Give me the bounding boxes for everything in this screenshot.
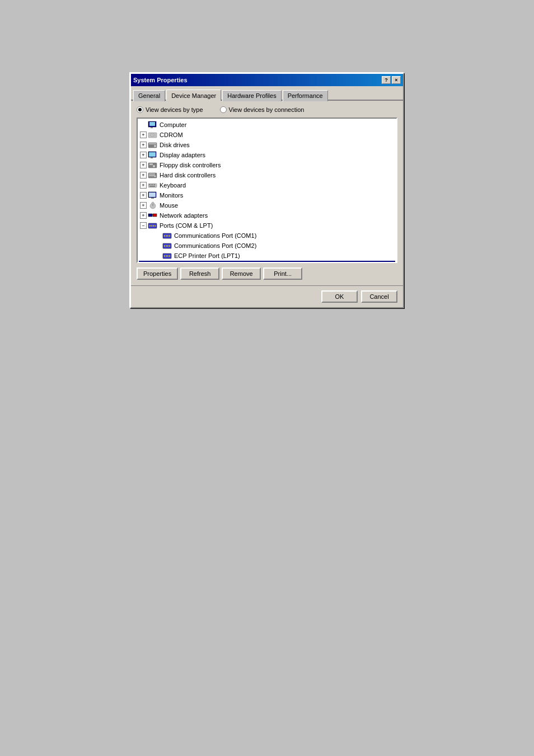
- expander-cdrom[interactable]: +: [140, 132, 147, 138]
- svg-rect-10: [149, 152, 156, 157]
- expander-display[interactable]: +: [140, 152, 147, 158]
- expander-disk[interactable]: +: [140, 142, 147, 148]
- expander-network[interactable]: +: [140, 212, 147, 219]
- svg-rect-44: [163, 243, 171, 248]
- svg-rect-23: [154, 184, 155, 185]
- svg-rect-7: [149, 143, 156, 144]
- radio-by-type-input[interactable]: [137, 106, 143, 113]
- radio-by-type-label: View devices by type: [146, 106, 203, 113]
- remove-button[interactable]: Remove: [222, 267, 261, 280]
- device-item-computer[interactable]: Computer: [139, 120, 395, 130]
- com1-icon: [162, 232, 172, 240]
- com3-icon: [162, 262, 172, 263]
- device-item-com3[interactable]: USB Serial Port (COM3): [139, 261, 395, 263]
- device-label-disk: Disk drives: [160, 142, 190, 148]
- cancel-button[interactable]: Cancel: [361, 290, 397, 303]
- device-item-cdrom[interactable]: + CDROM: [139, 130, 395, 140]
- device-item-hd[interactable]: + Hard disk controllers: [139, 170, 395, 180]
- footer: OK Cancel: [131, 285, 403, 307]
- device-label-com1: Communications Port (COM1): [174, 232, 256, 239]
- device-label-hd: Hard disk controllers: [160, 172, 216, 179]
- expander-floppy[interactable]: +: [140, 162, 147, 168]
- properties-button[interactable]: Properties: [137, 267, 178, 280]
- network-icon: [148, 212, 158, 219]
- svg-point-8: [154, 145, 156, 147]
- svg-rect-39: [163, 233, 171, 238]
- device-item-floppy[interactable]: + Floppy disk controllers: [139, 160, 395, 170]
- device-item-com2[interactable]: Communications Port (COM2): [139, 241, 395, 251]
- action-buttons: Properties Refresh Remove Print...: [137, 267, 397, 280]
- expander-keyboard[interactable]: +: [140, 182, 147, 189]
- tab-performance[interactable]: Performance: [283, 90, 328, 101]
- lpt1-icon: [162, 252, 172, 260]
- tab-device-manager[interactable]: Device Manager: [166, 90, 221, 101]
- com2-icon: [162, 242, 172, 250]
- svg-rect-16: [149, 173, 155, 175]
- device-item-ports[interactable]: − Ports (COM & LPT): [139, 220, 395, 231]
- device-item-lpt1[interactable]: ECP Printer Port (LPT1): [139, 251, 395, 261]
- display-icon: [148, 151, 158, 159]
- svg-rect-1: [149, 122, 155, 126]
- refresh-button[interactable]: Refresh: [180, 267, 219, 280]
- expander-ports[interactable]: −: [140, 222, 147, 229]
- device-label-ports: Ports (COM & LPT): [160, 222, 213, 229]
- svg-rect-34: [148, 223, 157, 228]
- svg-rect-2: [151, 127, 153, 128]
- disk-icon: [148, 141, 158, 149]
- device-item-mouse[interactable]: + Mouse: [139, 200, 395, 210]
- view-options-row: View devices by type View devices by con…: [137, 106, 397, 113]
- device-label-com2: Communications Port (COM2): [174, 242, 256, 249]
- device-item-com1[interactable]: Communications Port (COM1): [139, 231, 395, 241]
- computer-icon: [148, 121, 158, 129]
- device-label-display: Display adapters: [160, 152, 205, 158]
- device-label-keyboard: Keyboard: [160, 182, 186, 189]
- device-item-display[interactable]: + Display adapters: [139, 150, 395, 160]
- svg-rect-24: [149, 186, 155, 187]
- device-label-computer: Computer: [160, 121, 186, 128]
- svg-rect-32: [153, 214, 157, 217]
- device-label-floppy: Floppy disk controllers: [160, 162, 221, 168]
- svg-rect-49: [163, 253, 171, 259]
- device-item-keyboard[interactable]: + Keyboard: [139, 180, 395, 190]
- close-button[interactable]: ×: [392, 76, 401, 84]
- device-item-network[interactable]: + Network adapters: [139, 210, 395, 220]
- print-button[interactable]: Print...: [263, 267, 302, 280]
- content-area: View devices by type View devices by con…: [131, 101, 403, 285]
- radio-by-connection-input[interactable]: [220, 106, 227, 113]
- port-icon: [148, 222, 158, 229]
- svg-rect-17: [149, 175, 155, 176]
- mouse-icon: [148, 201, 158, 209]
- title-bar-buttons: ? ×: [382, 76, 401, 84]
- device-item-monitors[interactable]: + Monitors: [139, 190, 395, 200]
- device-label-network: Network adapters: [160, 212, 208, 219]
- ok-button[interactable]: OK: [321, 290, 358, 303]
- tab-general[interactable]: General: [133, 90, 165, 101]
- radio-by-type[interactable]: View devices by type: [137, 106, 203, 113]
- svg-point-14: [153, 165, 155, 167]
- svg-rect-27: [151, 198, 154, 199]
- title-bar: System Properties ? ×: [131, 74, 403, 86]
- tab-bar: General Device Manager Hardware Profiles…: [131, 86, 403, 101]
- svg-rect-20: [149, 184, 150, 185]
- svg-rect-26: [149, 192, 156, 197]
- expander-mouse[interactable]: +: [140, 202, 147, 209]
- expander-monitors[interactable]: +: [140, 192, 147, 199]
- window-title: System Properties: [133, 77, 188, 83]
- tab-hardware-profiles[interactable]: Hardware Profiles: [222, 90, 281, 101]
- cdrom-icon: [148, 131, 158, 139]
- expander-hd[interactable]: +: [140, 172, 147, 179]
- device-item-disk[interactable]: + Disk drives: [139, 140, 395, 150]
- monitor-icon: [148, 191, 158, 199]
- svg-rect-11: [151, 157, 153, 158]
- svg-rect-21: [151, 184, 152, 185]
- floppy-icon: [148, 161, 158, 169]
- svg-point-5: [152, 134, 153, 135]
- keyboard-icon: [148, 181, 158, 189]
- device-label-monitors: Monitors: [160, 192, 183, 199]
- device-label-lpt1: ECP Printer Port (LPT1): [174, 252, 240, 259]
- radio-by-connection[interactable]: View devices by connection: [220, 106, 305, 113]
- help-button[interactable]: ?: [382, 76, 391, 84]
- hd-icon: [148, 171, 158, 179]
- device-list[interactable]: Computer + CDROM + Dis: [137, 118, 397, 263]
- svg-rect-13: [149, 163, 153, 165]
